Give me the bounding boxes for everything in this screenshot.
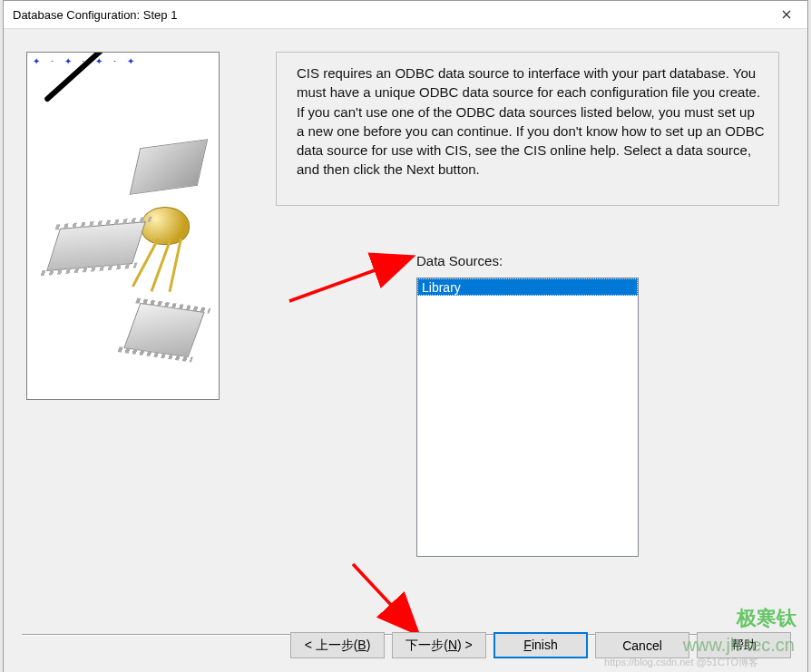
title-bar: Database Configuration: Step 1 bbox=[4, 1, 807, 29]
watermark-url: www.jh-tec.cn bbox=[683, 635, 795, 656]
next-button[interactable]: 下一步(N) > bbox=[392, 632, 486, 658]
data-sources-label: Data Sources: bbox=[416, 253, 503, 268]
watermark-brand: 极寒钛 bbox=[737, 605, 796, 632]
components-clipart: ✦ ･ ✦ ･ ✦ ･ ✦ bbox=[27, 53, 219, 399]
back-button[interactable]: < 上一步(B) bbox=[290, 632, 385, 658]
svg-line-0 bbox=[289, 258, 410, 301]
list-item[interactable]: Library bbox=[417, 278, 638, 296]
wizard-illustration: ✦ ･ ✦ ･ ✦ ･ ✦ bbox=[26, 52, 220, 400]
data-sources-listbox[interactable]: Library bbox=[416, 278, 639, 557]
annotation-arrow-1 bbox=[285, 247, 430, 310]
close-icon bbox=[782, 7, 791, 22]
dialog-window: Database Configuration: Step 1 ✦ ･ ✦ ･ ✦… bbox=[3, 0, 808, 672]
svg-line-1 bbox=[353, 564, 416, 632]
instruction-text: CIS requires an ODBC data source to inte… bbox=[276, 52, 779, 206]
close-button[interactable] bbox=[766, 1, 807, 28]
cancel-button[interactable]: Cancel bbox=[595, 632, 689, 658]
finish-button[interactable]: Finish bbox=[493, 632, 588, 658]
watermark-source: https://blog.csdn.net @51CTO博客 bbox=[604, 656, 758, 669]
client-area: ✦ ･ ✦ ･ ✦ ･ ✦ CIS requires an ODBC data … bbox=[4, 29, 807, 672]
window-title: Database Configuration: Step 1 bbox=[13, 8, 177, 22]
